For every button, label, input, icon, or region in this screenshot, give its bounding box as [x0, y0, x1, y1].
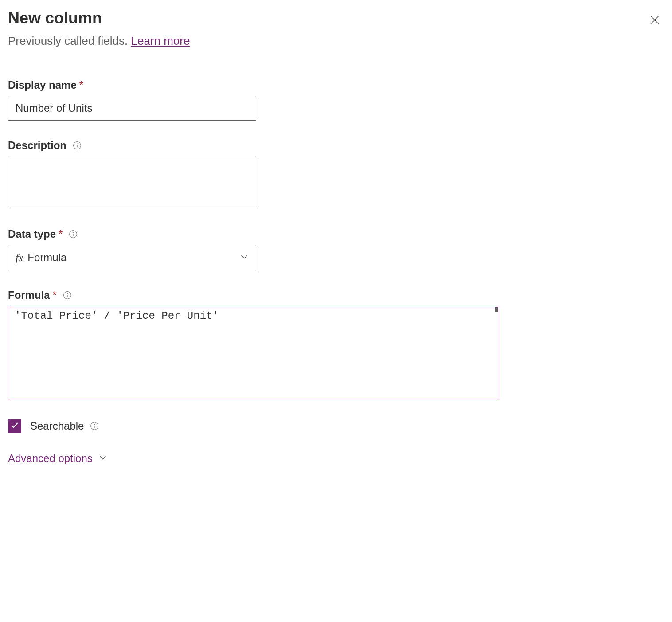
display-name-field: Display name *: [8, 79, 664, 121]
data-type-select[interactable]: fx Formula: [8, 245, 256, 270]
description-field: Description: [8, 139, 664, 209]
info-icon[interactable]: [69, 230, 78, 239]
close-button[interactable]: [645, 11, 664, 31]
searchable-label: Searchable: [30, 420, 84, 432]
advanced-options-toggle[interactable]: Advanced options: [8, 452, 664, 465]
data-type-select-wrapper: fx Formula: [8, 245, 256, 270]
formula-label-row: Formula *: [8, 289, 664, 301]
close-icon: [649, 14, 660, 27]
svg-point-13: [94, 424, 95, 425]
scrollbar-thumb[interactable]: [495, 307, 498, 312]
required-indicator: *: [59, 228, 63, 240]
info-icon[interactable]: [63, 291, 72, 300]
data-type-field: Data type * fx Formula: [8, 228, 664, 270]
required-indicator: *: [53, 289, 57, 301]
learn-more-link[interactable]: Learn more: [131, 34, 190, 47]
fx-icon: fx: [16, 252, 23, 264]
description-label: Description: [8, 139, 66, 152]
panel-header: New column: [8, 9, 664, 31]
formula-wrapper: [8, 306, 499, 401]
searchable-checkbox[interactable]: [8, 419, 21, 433]
searchable-row: Searchable: [8, 419, 664, 433]
info-icon[interactable]: [90, 422, 99, 430]
data-type-value: Formula: [27, 251, 66, 264]
display-name-label-row: Display name *: [8, 79, 664, 91]
description-label-row: Description: [8, 139, 664, 152]
display-name-label: Display name: [8, 79, 77, 91]
panel-title: New column: [8, 9, 102, 27]
formula-field: Formula *: [8, 289, 664, 401]
display-name-input[interactable]: [8, 96, 256, 121]
data-type-label-row: Data type *: [8, 228, 664, 240]
checkmark-icon: [10, 421, 19, 431]
chevron-down-icon: [98, 453, 108, 464]
formula-label: Formula: [8, 289, 50, 301]
required-indicator: *: [79, 79, 83, 91]
panel-subtitle: Previously called fields. Learn more: [8, 34, 664, 48]
svg-point-7: [73, 232, 74, 233]
svg-point-10: [67, 293, 68, 294]
info-icon[interactable]: [73, 141, 82, 150]
data-type-label: Data type: [8, 228, 56, 240]
advanced-options-label: Advanced options: [8, 452, 93, 465]
formula-editor[interactable]: [8, 306, 499, 399]
subtitle-text: Previously called fields.: [8, 34, 131, 47]
svg-point-4: [77, 144, 78, 144]
description-input[interactable]: [8, 156, 256, 207]
